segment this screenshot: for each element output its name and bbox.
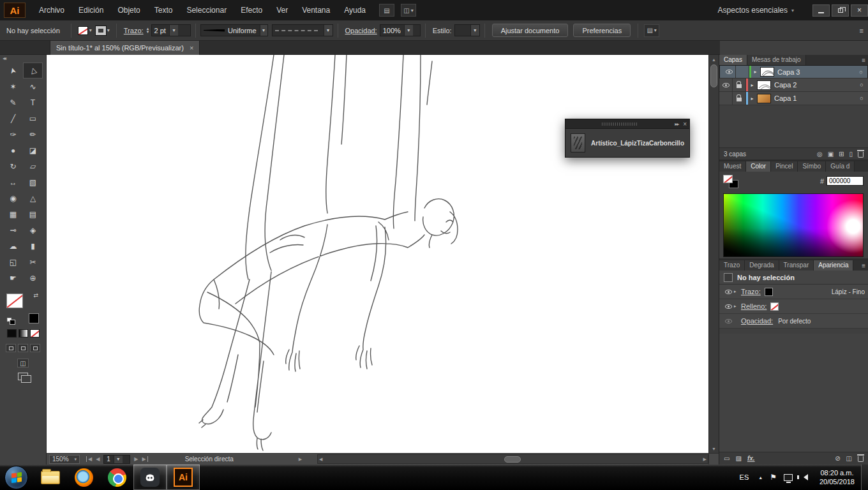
network-icon[interactable] — [784, 474, 793, 481]
tool-perspective-grid[interactable]: △ — [23, 190, 43, 206]
none-button[interactable] — [30, 329, 40, 338]
change-screen-icon[interactable] — [18, 373, 28, 380]
stroke-link[interactable]: Trazo: — [741, 288, 761, 295]
taskbar-chrome-button[interactable] — [100, 464, 133, 490]
tool-direct-selection[interactable]: ▷ — [23, 63, 43, 78]
appearance-row-fill[interactable]: ▸ Relleno: — [719, 299, 868, 314]
stroke-color-swatch[interactable] — [765, 288, 773, 296]
layer-row-capa-3[interactable]: ▸ Capa 3 ○ — [719, 65, 868, 78]
stroke-weight-select[interactable]: 2 pt ▾ — [151, 24, 191, 36]
panel-collapse-icon[interactable]: ▸▸ — [675, 121, 678, 127]
minimize-button[interactable] — [812, 4, 830, 17]
brush-thumbnail[interactable] — [571, 133, 585, 152]
tool-line-segment[interactable]: ╱ — [3, 110, 23, 126]
opacity-select[interactable]: 100% ▾ — [380, 24, 421, 36]
appearance-row-opacity[interactable]: Opacidad: Por defecto — [719, 314, 868, 329]
fill-stroke-proxy[interactable] — [723, 175, 745, 191]
new-fill-icon[interactable]: ▨ — [735, 455, 741, 462]
menu-ver[interactable]: Ver — [269, 6, 295, 15]
tool-mesh[interactable]: ▦ — [3, 206, 23, 222]
taskbar-firefox-button[interactable] — [67, 464, 100, 490]
menu-texto[interactable]: Texto — [147, 6, 180, 15]
arrange-documents-icon[interactable]: ◫▾ — [401, 4, 416, 17]
artboard-select[interactable]: 1 ▾ — [103, 455, 130, 464]
language-indicator[interactable]: ES — [734, 473, 755, 481]
tool-zoom[interactable]: ⊕ — [23, 270, 43, 286]
canvas[interactable]: ▸▸ × Artístico_LápizTizaCarboncillo — [47, 55, 708, 453]
visibility-toggle[interactable] — [722, 319, 734, 323]
fill-link[interactable]: Relleno: — [741, 302, 767, 310]
brush-definition-select[interactable]: ▾ — [272, 24, 333, 36]
hex-input[interactable] — [827, 176, 864, 186]
stroke-weight-stepper[interactable]: ▲▼ — [146, 27, 150, 34]
default-fill-stroke-icon[interactable] — [7, 318, 11, 322]
clipping-mask-icon[interactable]: ▣ — [828, 151, 834, 158]
appearance-panel-menu-icon[interactable]: ≡ — [862, 262, 865, 269]
delete-item-icon[interactable] — [858, 456, 864, 462]
tab-guia-color[interactable]: Guía d — [826, 161, 855, 172]
tab-degradado[interactable]: Degrada — [745, 260, 779, 271]
tool-artboard[interactable]: ◱ — [3, 254, 23, 270]
first-artboard-icon[interactable]: ◀ — [86, 456, 92, 462]
opacity-panel-link[interactable]: Opacidad: — [345, 27, 377, 34]
menu-edicion[interactable]: Edición — [71, 6, 110, 15]
control-panel-menu-icon[interactable]: ≡ — [860, 27, 863, 34]
layer-row-capa-2[interactable]: ▸ Capa 2 ○ — [719, 78, 868, 92]
draw-inside-button[interactable] — [30, 344, 40, 352]
draw-behind-button[interactable] — [18, 344, 28, 352]
tool-paintbrush[interactable]: ✑ — [3, 126, 23, 142]
duplicate-item-icon[interactable]: ◫ — [846, 455, 852, 462]
new-sublayer-icon[interactable]: ⊞ — [839, 151, 844, 158]
tab-muestras[interactable]: Muest — [719, 161, 746, 172]
visibility-toggle[interactable] — [719, 92, 733, 105]
start-button[interactable] — [4, 466, 28, 489]
tool-width[interactable]: ↔ — [3, 174, 23, 190]
preferences-button[interactable]: Preferencias — [573, 24, 631, 37]
target-icon[interactable]: ○ — [855, 69, 867, 75]
scroll-down-icon[interactable]: ▼ — [709, 444, 719, 453]
taskbar-clock[interactable]: 08:20 a.m. 20/05/2018 — [813, 468, 861, 486]
tool-lasso[interactable]: ∿ — [23, 78, 43, 94]
document-tab[interactable]: Sin título-1* al 150% (RGB/Previsualizar… — [50, 41, 200, 55]
tool-column-graph[interactable]: ▮ — [23, 238, 43, 254]
tool-gradient[interactable]: ▤ — [23, 206, 43, 222]
document-setup-icon[interactable]: ▤ ▾ — [644, 24, 659, 37]
zoom-select[interactable]: 150% ▾ — [49, 455, 80, 464]
visibility-toggle[interactable] — [722, 66, 736, 78]
target-icon[interactable]: ○ — [855, 82, 868, 88]
tab-close-icon[interactable]: × — [190, 44, 193, 52]
clear-appearance-icon[interactable]: ⊘ — [835, 455, 840, 462]
appearance-row-stroke[interactable]: ▸ Trazo: Lápiz - Fino — [719, 285, 868, 299]
tab-mesas-de-trabajo[interactable]: Mesas de trabajo — [747, 55, 806, 65]
tab-pinceles[interactable]: Pincel — [771, 161, 798, 172]
show-desktop-button[interactable] — [861, 464, 868, 490]
color-button[interactable] — [7, 329, 17, 338]
visibility-toggle[interactable] — [722, 304, 734, 309]
menu-ventana[interactable]: Ventana — [295, 6, 337, 15]
tool-blob-brush[interactable]: ● — [3, 142, 23, 158]
fill-color-swatch[interactable] — [770, 302, 779, 311]
lock-toggle[interactable] — [733, 78, 746, 91]
fill-swatch[interactable] — [6, 293, 23, 308]
menu-archivo[interactable]: Archivo — [32, 6, 71, 15]
close-button[interactable]: × — [851, 4, 868, 17]
menu-objeto[interactable]: Objeto — [110, 6, 147, 15]
draw-normal-button[interactable] — [6, 344, 16, 352]
tab-apariencia[interactable]: Apariencia — [814, 260, 853, 271]
disclosure-icon[interactable]: ▸ — [748, 96, 756, 101]
layer-thumbnail[interactable] — [757, 80, 771, 90]
visibility-toggle[interactable] — [722, 290, 734, 294]
lock-toggle[interactable] — [736, 66, 749, 78]
taskbar-illustrator-button[interactable]: Ai — [167, 464, 200, 490]
layer-row-capa-1[interactable]: ▸ Capa 1 ○ — [719, 92, 868, 105]
tool-eraser[interactable]: ◪ — [23, 142, 43, 158]
stroke-color-picker[interactable]: ▾ — [96, 26, 110, 35]
tool-blend[interactable]: ◈ — [23, 222, 43, 238]
next-artboard-icon[interactable]: ▶ — [134, 456, 138, 462]
tool-eyedropper[interactable]: ⊸ — [3, 222, 23, 238]
panel-close-icon[interactable]: × — [683, 121, 686, 128]
vertical-scrollbar[interactable]: ▲ ▼ — [708, 55, 719, 453]
action-center-flag-icon[interactable]: ⚑ — [767, 473, 780, 482]
tab-simbolos[interactable]: Símbo — [798, 161, 826, 172]
taskbar-discord-button[interactable] — [133, 464, 167, 490]
